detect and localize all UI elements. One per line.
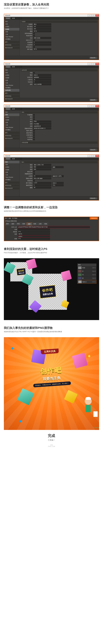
sidebar-group[interactable]: 我的渲染设置 [4, 98, 20, 100]
sidebar-item[interactable]: 选项 [4, 121, 20, 124]
hdri-input[interactable]: 反射光 [18, 236, 50, 238]
maximize-button[interactable]: ☐ [92, 14, 95, 16]
maximize-button[interactable]: ☐ [92, 63, 95, 65]
close-button[interactable]: ✕ [95, 105, 99, 107]
form-input[interactable]: 自定义 [33, 74, 51, 76]
hdri-tab[interactable]: 对象 [43, 222, 48, 226]
sidebar-item[interactable]: Team Render [4, 126, 20, 128]
minimize-button[interactable]: — [88, 63, 91, 65]
sidebar-item[interactable]: 选项 [4, 171, 20, 174]
checkbox[interactable] [33, 132, 35, 134]
hdri-tab[interactable]: 背景 [21, 222, 26, 226]
window-titlebar[interactable]: 渲染设置—☐✕ [4, 62, 99, 66]
checkbox[interactable] [33, 116, 35, 118]
checkbox[interactable] [33, 180, 35, 182]
form-input[interactable]: 72 [33, 175, 51, 177]
render-settings-button[interactable]: 渲染设置... [89, 197, 98, 200]
form-unit[interactable]: 像素 [52, 166, 64, 168]
form-input[interactable]: sRGB IEC61966-2.1 [33, 128, 51, 130]
checkbox[interactable] [33, 171, 35, 172]
sidebar-item[interactable]: 材质覆盖 [4, 38, 20, 40]
hdri-tab[interactable]: 太阳 [38, 222, 43, 226]
form-input[interactable]: 1x1 [33, 26, 51, 28]
form-input[interactable]: 2 [33, 42, 51, 44]
form-input[interactable]: 10 % [33, 30, 51, 32]
sidebar-item[interactable]: 抗锯齿 [4, 76, 20, 79]
form-input[interactable]: 名称0000.tif [33, 125, 51, 127]
renderer-dropdown[interactable]: 标准 [12, 108, 22, 110]
hdri-input[interactable] [18, 228, 50, 230]
sidebar-item[interactable]: 立体 [4, 33, 20, 36]
sidebar-item[interactable]: 材质覆盖 [4, 128, 20, 131]
sidebar-item[interactable]: 多通道 [4, 166, 20, 168]
hdri-tab[interactable]: 反射 [26, 222, 32, 226]
sidebar-group[interactable]: 我的渲染设置 [4, 137, 20, 140]
hdri-tab[interactable]: 前景 [32, 222, 37, 226]
sidebar-item[interactable]: 保存 [4, 114, 20, 116]
close-button[interactable]: ✕ [95, 63, 99, 65]
maximize-button[interactable]: ☐ [92, 155, 95, 157]
renderer-dropdown[interactable]: 标准 [12, 66, 22, 68]
sidebar-item[interactable]: 多通道 [4, 25, 20, 28]
sidebar-item[interactable]: 输出 [4, 20, 20, 23]
sidebar-group[interactable]: 我的渲染设置 [4, 47, 20, 49]
hdri-menu-mode[interactable]: 模式 [5, 218, 8, 219]
channel-row[interactable]: Alpha 1Ctrl+6 [78, 280, 96, 284]
checkbox[interactable] [33, 118, 35, 120]
sidebar-item[interactable]: 抗锯齿 [4, 168, 20, 171]
sidebar-item[interactable]: 抗锯齿 [4, 118, 20, 121]
hdri-input[interactable]: 0 % [18, 238, 50, 240]
close-button[interactable]: ✕ [95, 155, 99, 157]
sidebar-item[interactable]: 立体 [4, 124, 20, 126]
render-settings-button[interactable]: 渲染设置... [89, 99, 98, 101]
hdri-tab[interactable]: 坐标 [10, 222, 16, 226]
sidebar-item[interactable]: 抗锯齿 [4, 28, 20, 30]
render-settings-button[interactable]: 渲染设置... [89, 57, 98, 59]
hdri-input[interactable]: 100 % [18, 233, 50, 235]
checkbox[interactable] [33, 130, 35, 132]
sidebar-group[interactable]: 效果... [4, 182, 20, 184]
form-input[interactable]: 辐照缓存 [33, 76, 51, 78]
hdri-menu-edit[interactable]: 编辑 [8, 218, 11, 219]
sidebar-item[interactable]: Team Render [4, 84, 20, 86]
form-input[interactable]: 1 [33, 81, 51, 83]
sidebar-item[interactable]: 输出 [4, 161, 20, 163]
form-input[interactable]: 最佳 [33, 23, 51, 25]
hdri-render-dropdown[interactable]: HDRI环境 [90, 217, 98, 220]
hdri-menu-user[interactable]: 用户数据 [12, 218, 17, 219]
hdri-input[interactable]: preset://VTHome HDRI Studio/VTHome hdri … [18, 226, 90, 228]
sidebar-item[interactable]: 输出 [4, 69, 20, 71]
checkbox[interactable] [33, 136, 35, 138]
sidebar-group[interactable]: 效果... [4, 41, 20, 43]
form-input[interactable]: 958 x 698 像素 [33, 178, 51, 180]
close-button[interactable]: ✕ [95, 14, 99, 16]
sidebar-group[interactable]: 多通道渲染 [4, 134, 20, 137]
form-input[interactable]: 30 [33, 187, 51, 188]
sidebar-item[interactable]: 选项 [4, 30, 20, 33]
minimize-button[interactable]: — [88, 105, 91, 107]
form-input[interactable]: 8 位/通道 [33, 123, 51, 125]
sidebar-item[interactable]: Team Render [4, 176, 20, 178]
form-unit[interactable]: 自定义 [52, 182, 64, 184]
sidebar-item[interactable]: 立体 [4, 174, 20, 176]
form-input[interactable]: 698 [33, 168, 51, 170]
sidebar-group[interactable]: 多通道渲染 [4, 44, 20, 46]
sidebar-item[interactable]: 选项 [4, 79, 20, 82]
sidebar-item[interactable]: 多通道 [4, 74, 20, 76]
form-input[interactable]: 自定义采样数 [33, 83, 51, 85]
form-input[interactable]: 4x4 [33, 28, 51, 30]
renderer-dropdown[interactable]: 标准 [12, 158, 22, 160]
maximize-button[interactable]: ☐ [92, 105, 95, 107]
window-titlebar[interactable]: 渲染设置—☐✕ [4, 105, 99, 108]
window-titlebar[interactable]: 渲染设置—☐✕ [4, 14, 99, 17]
hdri-tab[interactable]: 基本 [5, 222, 10, 226]
render-settings-button[interactable]: 渲染设置... [89, 149, 98, 151]
checkbox[interactable] [33, 46, 35, 48]
form-input[interactable]: 2 [33, 44, 51, 46]
sidebar-item[interactable]: 立体 [4, 82, 20, 84]
sidebar-item[interactable]: 材质覆盖 [4, 86, 20, 89]
checkbox[interactable] [33, 134, 35, 136]
form-input[interactable]: 50 % [33, 48, 51, 50]
minimize-button[interactable]: — [88, 155, 91, 157]
form-input[interactable]: 958 [33, 166, 51, 168]
